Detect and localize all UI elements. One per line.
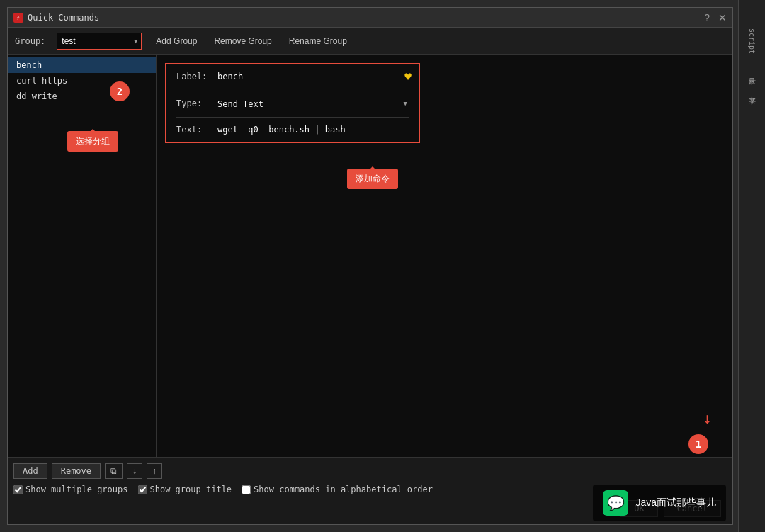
detail-form: Label: ♥ Type: Send Text Send File Open … <box>165 63 420 143</box>
command-list: bench curl https dd write <box>8 55 156 457</box>
add-group-button[interactable]: Add Group <box>153 35 200 47</box>
add-button[interactable]: Add <box>13 463 47 479</box>
label-input[interactable] <box>217 72 409 81</box>
callout-add-command: 添加命令 <box>347 169 398 189</box>
checkbox-alphabetical[interactable]: Show commands in alphabetical order <box>242 485 433 494</box>
checkbox-show-multiple-groups[interactable]: Show multiple groups <box>13 485 128 494</box>
type-row: Type: Send Text Send File Open URL <box>176 96 409 110</box>
wechat-watermark: 💬 Java面试那些事儿 <box>593 485 726 521</box>
arrow-to-badge1: ↓ <box>703 409 712 427</box>
group-select-wrapper: test default <box>57 33 142 50</box>
callout-select-group: 选择分组 <box>67 131 118 152</box>
text-row: Text: <box>176 125 409 135</box>
move-up-button[interactable]: ↑ <box>147 463 162 479</box>
right-sidebar: script 目录 文字 <box>738 0 765 532</box>
checkbox-show-group-title[interactable]: Show group title <box>138 485 232 494</box>
command-item-curl[interactable]: curl https <box>8 73 156 89</box>
titlebar: ⚡ Quick Commands ? ✕ <box>8 8 732 28</box>
checkbox-multiple-groups-input[interactable] <box>13 485 23 494</box>
annotation-badge-1: 1 <box>688 434 708 454</box>
checkbox-group-title-input[interactable] <box>138 485 147 494</box>
wechat-text: Java面试那些事儿 <box>635 497 716 509</box>
label-row: Label: ♥ <box>176 72 409 81</box>
app-icon: ⚡ <box>13 13 23 23</box>
dialog-title: Quick Commands <box>28 13 99 23</box>
text-field-label: Text: <box>176 125 210 135</box>
checkbox-alphabetical-label: Show commands in alphabetical order <box>254 485 433 494</box>
titlebar-controls: ? ✕ <box>704 12 727 23</box>
close-button[interactable]: ✕ <box>718 12 727 23</box>
command-item-dd[interactable]: dd write <box>8 89 156 104</box>
heart-icon[interactable]: ♥ <box>404 70 412 84</box>
remove-button[interactable]: Remove <box>52 463 101 479</box>
titlebar-left: ⚡ Quick Commands <box>13 13 99 23</box>
separator-1 <box>176 89 409 89</box>
left-panel: bench curl https dd write <box>8 55 157 457</box>
text-input[interactable] <box>217 125 409 135</box>
group-label: Group: <box>15 36 45 46</box>
annotation-badge-2: 2 <box>110 81 130 101</box>
remove-group-button[interactable]: Remove Group <box>211 35 274 47</box>
type-select[interactable]: Send Text Send File Open URL <box>217 99 409 109</box>
sidebar-text-script: script <box>748 28 756 54</box>
wechat-logo: 💬 <box>603 490 628 516</box>
label-field-label: Label: <box>176 72 210 81</box>
checkbox-alphabetical-input[interactable] <box>242 485 251 494</box>
group-select[interactable]: test default <box>57 33 142 50</box>
main-content: bench curl https dd write Label: ♥ Type: <box>8 55 732 457</box>
copy-button[interactable]: ⧉ <box>105 463 123 479</box>
checkbox-multiple-groups-label: Show multiple groups <box>26 485 128 494</box>
command-item-bench[interactable]: bench <box>8 57 156 73</box>
type-select-wrapper: Send Text Send File Open URL <box>217 96 409 110</box>
checkbox-group-title-label: Show group title <box>150 485 232 494</box>
wechat-icon: 💬 <box>607 494 625 511</box>
rename-group-button[interactable]: Rename Group <box>286 35 350 47</box>
help-button[interactable]: ? <box>704 12 710 23</box>
right-panel: Label: ♥ Type: Send Text Send File Open … <box>157 55 732 457</box>
app-icon-symbol: ⚡ <box>16 14 20 21</box>
bottom-actions: Add Remove ⧉ ↓ ↑ <box>13 460 727 482</box>
toolbar: Group: test default Add Group Remove Gro… <box>8 28 732 55</box>
separator-2 <box>176 117 409 118</box>
move-down-button[interactable]: ↓ <box>127 463 142 479</box>
type-field-label: Type: <box>176 98 210 108</box>
